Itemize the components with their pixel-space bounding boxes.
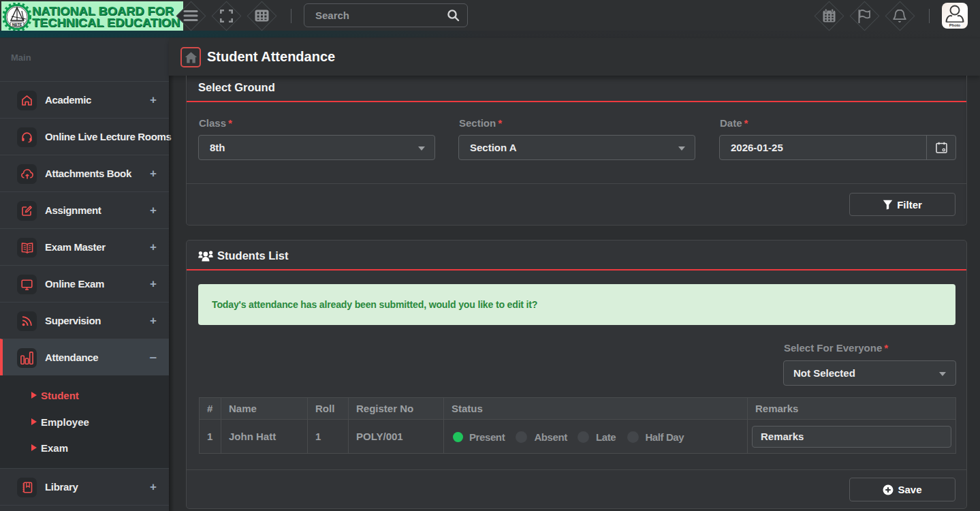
svg-text:NBTE: NBTE: [12, 22, 22, 27]
